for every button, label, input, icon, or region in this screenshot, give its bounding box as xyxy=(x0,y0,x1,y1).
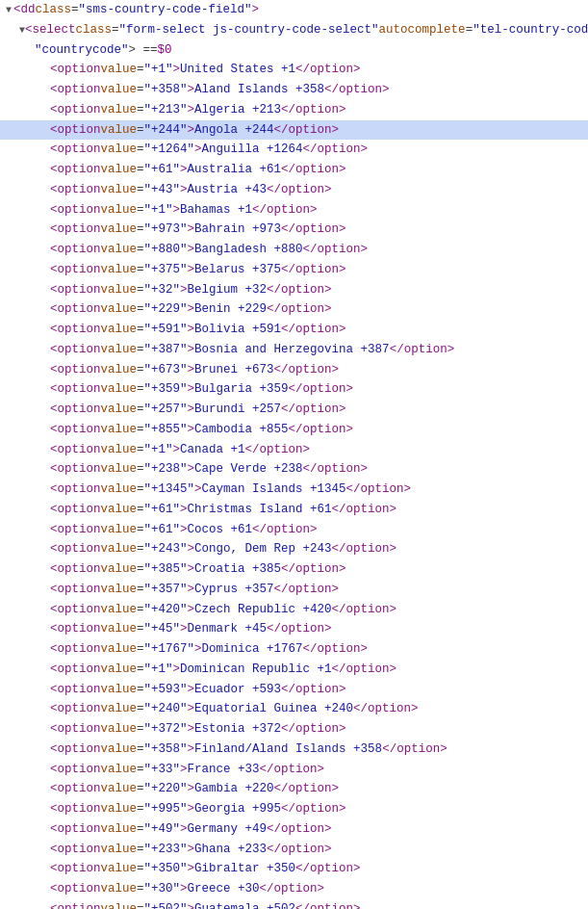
option-line[interactable]: <option value="+220">Gambia +220</option… xyxy=(0,779,588,799)
option-line[interactable]: <option value="+375">Belarus +375</optio… xyxy=(0,260,588,280)
option-line[interactable]: <option value="+673">Brunei +673</option… xyxy=(0,360,588,380)
option-line[interactable]: <option value="+61">Cocos +61</option> xyxy=(0,520,588,540)
select-line[interactable]: ▼ <select class="form-select js-country-… xyxy=(0,20,588,40)
option-line[interactable]: <option value="+1">Bahamas +1</option> xyxy=(0,200,588,221)
option-line[interactable]: <option value="+213">Algeria +213</optio… xyxy=(0,100,588,120)
option-line[interactable]: <option value="+880">Bangladesh +880</op… xyxy=(0,240,588,260)
dd-line[interactable]: ▼ <dd class="sms-country-code-field" > xyxy=(0,0,588,20)
option-line[interactable]: <option value="+1">United States +1</opt… xyxy=(0,60,588,80)
option-line[interactable]: <option value="+229">Benin +229</option> xyxy=(0,299,588,320)
option-line[interactable]: <option value="+32">Belgium +32</option> xyxy=(0,280,588,300)
option-line[interactable]: <option value="+973">Bahrain +973</optio… xyxy=(0,220,588,240)
select-line-2[interactable]: "countrycode" > == $0 xyxy=(0,40,588,61)
option-line[interactable]: <option value="+1">Dominican Republic +1… xyxy=(0,660,588,680)
option-line[interactable]: <option value="+502">Guatemala +502</opt… xyxy=(0,899,588,909)
option-line[interactable]: <option value="+350">Gibraltar +350</opt… xyxy=(0,859,588,879)
option-line[interactable]: <option value="+357">Cyprus +357</option… xyxy=(0,580,588,600)
options-container: <option value="+1">United States +1</opt… xyxy=(0,60,588,909)
option-line[interactable]: <option value="+359">Bulgaria +359</opti… xyxy=(0,379,588,400)
option-line[interactable]: <option value="+61">Christmas Island +61… xyxy=(0,500,588,520)
option-line[interactable]: <option value="+30">Greece +30</option> xyxy=(0,879,588,899)
option-line[interactable]: <option value="+43">Austria +43</option> xyxy=(0,180,588,200)
option-line[interactable]: <option value="+257">Burundi +257</optio… xyxy=(0,400,588,420)
option-line[interactable]: <option value="+45">Denmark +45</option> xyxy=(0,619,588,639)
option-line[interactable]: <option value="+855">Cambodia +855</opti… xyxy=(0,420,588,440)
option-line[interactable]: <option value="+1">Canada +1</option> xyxy=(0,440,588,460)
option-line[interactable]: <option value="+591">Bolivia +591</optio… xyxy=(0,320,588,340)
code-view: ▼ <dd class="sms-country-code-field" > ▼… xyxy=(0,0,588,909)
option-line[interactable]: <option value="+244">Angola +244</option… xyxy=(0,120,588,141)
option-line[interactable]: <option value="+995">Georgia +995</optio… xyxy=(0,799,588,819)
option-line[interactable]: <option value="+372">Estonia +372</optio… xyxy=(0,719,588,740)
option-line[interactable]: <option value="+1345">Cayman Islands +13… xyxy=(0,480,588,500)
option-line[interactable]: <option value="+238">Cape Verde +238</op… xyxy=(0,459,588,480)
option-line[interactable]: <option value="+61">Australia +61</optio… xyxy=(0,160,588,180)
option-line[interactable]: <option value="+49">Germany +49</option> xyxy=(0,819,588,840)
option-line[interactable]: <option value="+358">Finland/Aland Islan… xyxy=(0,740,588,760)
option-line[interactable]: <option value="+233">Ghana +233</option> xyxy=(0,840,588,860)
option-line[interactable]: <option value="+1767">Dominica +1767</op… xyxy=(0,639,588,660)
option-line[interactable]: <option value="+385">Croatia +385</optio… xyxy=(0,559,588,580)
dd-arrow[interactable]: ▼ xyxy=(4,3,13,17)
option-line[interactable]: <option value="+593">Ecuador +593</optio… xyxy=(0,680,588,700)
option-line[interactable]: <option value="+33">France +33</option> xyxy=(0,760,588,780)
option-line[interactable]: <option value="+387">Bosnia and Herzegov… xyxy=(0,340,588,360)
option-line[interactable]: <option value="+1264">Anguilla +1264</op… xyxy=(0,140,588,160)
option-line[interactable]: <option value="+358">Aland Islands +358<… xyxy=(0,80,588,100)
option-line[interactable]: <option value="+240">Equatorial Guinea +… xyxy=(0,699,588,719)
option-line[interactable]: <option value="+243">Congo, Dem Rep +243… xyxy=(0,539,588,559)
option-line[interactable]: <option value="+420">Czech Republic +420… xyxy=(0,600,588,620)
